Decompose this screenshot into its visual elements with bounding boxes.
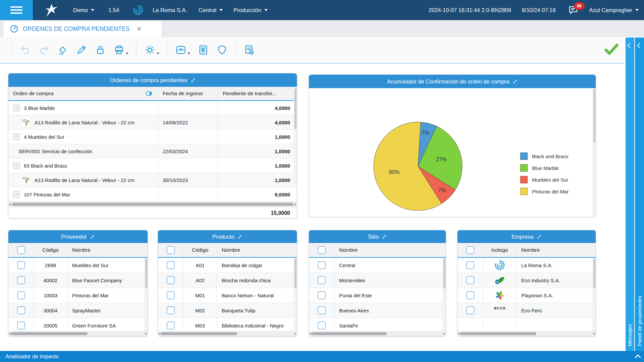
edit-pencil-button[interactable] — [76, 44, 87, 56]
hamburger-menu-button[interactable] — [0, 0, 33, 20]
row-checkbox[interactable] — [17, 276, 25, 284]
legend-item[interactable]: Blue Marble — [520, 164, 569, 172]
side-tab-mensajes[interactable]: Mensajes — [626, 38, 634, 351]
order-group-row[interactable]: −4 Muebles del Sur1,0000 — [8, 130, 297, 144]
vertical-scrollbar[interactable] — [294, 258, 297, 331]
settings-gear-button[interactable] — [144, 44, 159, 56]
collapse-toggle[interactable]: − — [13, 162, 20, 169]
eraser-button[interactable] — [57, 44, 68, 56]
document-remove-button[interactable] — [244, 44, 255, 56]
vertical-scrollbar[interactable] — [593, 258, 596, 331]
table-row[interactable]: 40002Blue Faucet Company — [8, 273, 148, 288]
row-checkbox[interactable] — [167, 261, 175, 269]
mode-selector[interactable]: Producción — [233, 7, 268, 13]
horizontal-scrollbar[interactable] — [458, 331, 596, 336]
horizontal-scrollbar[interactable] — [309, 331, 446, 336]
scrollbar-thumb[interactable] — [443, 258, 445, 289]
order-item-row[interactable]: SERV001 Servicio de confección22/03/2024… — [8, 144, 297, 159]
select-all-checkbox[interactable] — [318, 246, 326, 254]
user-menu[interactable]: Azul Campregher — [589, 7, 639, 13]
row-checkbox[interactable] — [466, 306, 474, 314]
row-checkbox[interactable] — [466, 291, 474, 299]
row-checkbox[interactable] — [318, 306, 326, 314]
scrollbar-thumb[interactable] — [161, 332, 237, 335]
expand-icon[interactable] — [90, 234, 95, 239]
horizontal-scrollbar[interactable] — [8, 331, 148, 336]
scrollbar-thumb[interactable] — [593, 89, 595, 143]
vertical-scrollbar[interactable] — [145, 258, 148, 331]
scrollbar-thumb[interactable] — [460, 332, 536, 335]
column-filter-icon[interactable] — [145, 89, 153, 98]
scrollbar-thumb[interactable] — [294, 88, 297, 129]
table-row[interactable]: La Roma S.A. — [458, 258, 596, 273]
horizontal-scrollbar[interactable] — [158, 331, 297, 336]
row-checkbox[interactable] — [466, 276, 474, 284]
table-row[interactable]: 2698Muebles del Sur — [8, 258, 148, 273]
expand-icon[interactable] — [382, 234, 387, 239]
table-row[interactable]: M01Banco Nelson - Natural — [158, 288, 297, 303]
order-group-row[interactable]: −63 Black and Brass1,0000 — [8, 159, 297, 173]
chevron-up-icon[interactable] — [635, 354, 641, 360]
select-all-checkbox[interactable] — [167, 246, 175, 254]
preview-eye-button[interactable] — [175, 44, 190, 56]
legend-item[interactable]: Pinturas del Mar — [520, 188, 569, 195]
row-checkbox[interactable] — [318, 276, 326, 284]
expand-icon[interactable] — [237, 234, 243, 239]
table-row[interactable]: Montevideo — [309, 273, 446, 288]
table-row[interactable]: eccoEco Perú — [458, 303, 596, 318]
row-checkbox[interactable] — [167, 291, 175, 299]
scrollbar-thumb[interactable] — [294, 258, 297, 289]
vertical-scrollbar[interactable] — [294, 87, 297, 186]
row-checkbox[interactable] — [17, 261, 25, 269]
legend-item[interactable]: Muebles del Sur — [520, 176, 569, 183]
collapse-toggle[interactable]: − — [13, 105, 20, 111]
confirm-check-button[interactable] — [603, 41, 620, 58]
table-row[interactable]: 30004SprayMaster — [8, 303, 148, 318]
tab-ordenes-de-compra-pendientes[interactable]: ORDENES DE COMPRA PENDIENTES ✕ — [3, 21, 162, 37]
table-row[interactable]: A01Bandeja de colgar — [158, 258, 297, 273]
print-button[interactable] — [113, 44, 128, 56]
side-tab-panel-propiedades[interactable]: Panel de propiedades — [635, 38, 644, 351]
collapse-toggle[interactable]: − — [13, 191, 20, 198]
notifications-button[interactable]: 89 — [568, 5, 579, 15]
table-row[interactable]: Central — [309, 258, 446, 273]
environment-selector[interactable]: Demo — [73, 7, 94, 13]
row-checkbox[interactable] — [167, 276, 175, 284]
legend-item[interactable]: Black and Brass — [520, 153, 569, 160]
scrollbar-thumb[interactable] — [145, 258, 147, 289]
select-all-checkbox[interactable] — [466, 246, 474, 254]
row-checkbox[interactable] — [167, 306, 175, 314]
tab-close-icon[interactable]: ✕ — [137, 25, 142, 33]
table-row[interactable]: A02Brocha redonda chica — [158, 273, 297, 288]
order-group-row[interactable]: −107 Pinturas del Mar9,0000 — [8, 187, 297, 202]
horizontal-scrollbar[interactable] — [8, 202, 297, 207]
row-checkbox[interactable] — [17, 306, 25, 314]
row-checkbox[interactable] — [17, 291, 25, 299]
table-row[interactable]: Eco Industry S.A. — [458, 273, 596, 288]
vertical-scrollbar[interactable] — [443, 258, 446, 331]
vertical-scrollbar[interactable] — [593, 88, 596, 217]
scrollbar-thumb[interactable] — [593, 258, 595, 289]
row-checkbox[interactable] — [466, 261, 474, 269]
row-checkbox[interactable] — [318, 321, 326, 329]
table-row[interactable]: Buenos Aires — [309, 303, 446, 318]
table-row[interactable]: Punta del Este — [309, 288, 446, 303]
select-all-checkbox[interactable] — [17, 246, 25, 254]
row-checkbox[interactable] — [318, 291, 326, 299]
document-table-button[interactable] — [198, 44, 209, 56]
branch-selector[interactable]: Central — [199, 7, 223, 13]
row-checkbox[interactable] — [167, 321, 175, 329]
row-checkbox[interactable] — [17, 321, 25, 329]
table-row[interactable]: 10003Pinturas del Mar — [8, 288, 148, 303]
order-group-row[interactable]: −3 Blue Marble4,0000 — [8, 101, 297, 115]
table-row[interactable]: Playonon S.A. — [458, 288, 596, 303]
order-item-row[interactable]: A13 Rodillo de Lana Natural - Velour - 2… — [8, 115, 297, 130]
expand-icon[interactable] — [513, 79, 518, 84]
expand-icon[interactable] — [537, 234, 542, 239]
order-item-row[interactable]: A13 Rodillo de Lana Natural - Velour - 2… — [8, 173, 297, 187]
scrollbar-thumb[interactable] — [11, 332, 88, 335]
shield-button[interactable] — [216, 44, 228, 56]
lock-button[interactable] — [95, 44, 106, 56]
scrollbar-thumb[interactable] — [312, 332, 387, 335]
expand-icon[interactable] — [191, 78, 196, 83]
